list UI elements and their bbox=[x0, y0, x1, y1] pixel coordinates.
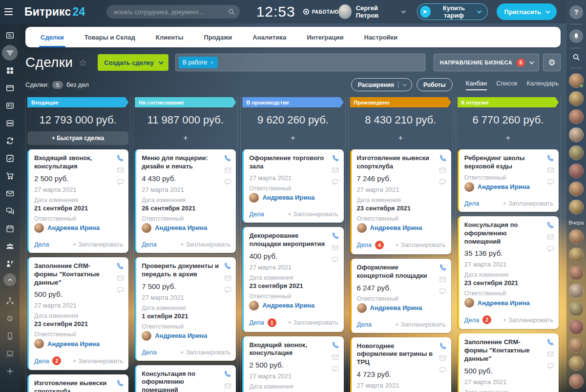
plan-activity-link[interactable]: + Запланировать bbox=[180, 241, 230, 248]
recent-user-avatar[interactable] bbox=[569, 164, 584, 178]
sidebar-item-sites[interactable] bbox=[2, 80, 18, 96]
phone-icon[interactable] bbox=[332, 232, 339, 240]
chat-icon[interactable] bbox=[332, 365, 339, 372]
deal-title[interactable]: Консультация по оформлению помещений bbox=[464, 221, 553, 246]
people-search-button[interactable] bbox=[572, 53, 580, 63]
phone-icon[interactable] bbox=[116, 154, 124, 162]
column-header[interactable]: На согласование bbox=[135, 97, 236, 107]
deal-title[interactable]: Меню для пиццерии: дизайн и печать bbox=[142, 154, 230, 171]
nav-tab[interactable]: Интеграции bbox=[296, 27, 354, 47]
remove-filter-icon[interactable]: × bbox=[210, 60, 213, 65]
mail-icon[interactable] bbox=[547, 166, 554, 174]
help-button[interactable]: ? bbox=[569, 5, 583, 19]
nav-tab[interactable]: Настройки bbox=[354, 27, 408, 47]
recent-user-avatar[interactable] bbox=[569, 248, 584, 262]
recent-user-avatar[interactable] bbox=[569, 266, 584, 280]
sidebar-item-tasks[interactable] bbox=[2, 150, 18, 166]
sidebar-item-contacts[interactable] bbox=[2, 98, 18, 113]
user-menu[interactable]: Сергей Петров bbox=[338, 4, 404, 19]
extensions-button[interactable]: Расширения bbox=[351, 78, 412, 91]
plan-activity-link[interactable]: + Запланировать bbox=[395, 241, 445, 248]
recent-user-avatar[interactable] bbox=[569, 200, 584, 214]
responsible-link[interactable]: Андреева Ирина bbox=[262, 194, 314, 201]
nav-tab[interactable]: Сделки bbox=[30, 27, 74, 47]
phone-icon[interactable] bbox=[332, 154, 339, 162]
filter-chip[interactable]: В работе × bbox=[179, 57, 217, 68]
filter-search-bar[interactable]: В работе × bbox=[175, 54, 425, 71]
deal-title[interactable]: Изготовление вывески спортклуба bbox=[34, 379, 123, 392]
mail-icon[interactable] bbox=[439, 166, 446, 174]
phone-icon[interactable] bbox=[116, 262, 124, 270]
recent-user-avatar[interactable] bbox=[569, 127, 584, 142]
column-header[interactable]: К отгрузке bbox=[458, 97, 559, 107]
chat-icon[interactable] bbox=[547, 178, 554, 186]
deal-title[interactable]: Заполнение CRM-формы "Контактные данные" bbox=[34, 262, 123, 287]
deals-count-pill[interactable]: 5 bbox=[52, 81, 63, 89]
nav-tab[interactable]: Продажи bbox=[194, 27, 243, 47]
phone-icon[interactable] bbox=[116, 379, 124, 387]
mail-icon[interactable] bbox=[439, 276, 446, 283]
mail-icon[interactable] bbox=[332, 353, 339, 361]
recent-user-avatar[interactable] bbox=[569, 284, 584, 298]
board-settings-button[interactable]: ⚙ bbox=[543, 54, 561, 71]
recent-user-avatar[interactable] bbox=[569, 109, 584, 124]
phone-icon[interactable] bbox=[546, 154, 554, 162]
phone-icon[interactable] bbox=[332, 341, 339, 349]
deal-title[interactable]: Декорирование площадки мероприятия bbox=[249, 232, 338, 248]
responsible-link[interactable]: Андреева Ирина bbox=[478, 183, 530, 190]
deal-card[interactable]: Входящий звонок, консультация 2 500 руб.… bbox=[27, 149, 128, 253]
chat-icon[interactable] bbox=[224, 286, 231, 293]
chat-icon[interactable] bbox=[332, 178, 339, 186]
deals-link[interactable]: Дела bbox=[34, 241, 49, 248]
nav-tab[interactable]: Аналитика bbox=[242, 27, 296, 47]
notifications-button[interactable] bbox=[569, 29, 583, 43]
deal-title[interactable]: Заполнение CRM-формы "Контактные данные" bbox=[464, 338, 553, 363]
mail-icon[interactable] bbox=[439, 354, 446, 362]
deal-card[interactable]: Меню для пиццерии: дизайн и печать 4 430… bbox=[135, 149, 236, 253]
mail-icon[interactable] bbox=[117, 166, 124, 174]
deal-card[interactable]: Декорирование площадки мероприятия 400 р… bbox=[242, 227, 343, 332]
deal-title[interactable]: Оформление торгового зала bbox=[249, 154, 338, 171]
sidebar-item-mobile[interactable] bbox=[2, 328, 18, 344]
sidebar-item-settings[interactable]: ⚙ bbox=[2, 310, 18, 326]
buy-tariff-button[interactable]: Купить тариф bbox=[417, 3, 487, 20]
robots-button[interactable]: Роботы bbox=[417, 78, 453, 91]
deals-link[interactable]: Дела bbox=[464, 200, 479, 207]
chat-icon[interactable] bbox=[224, 178, 231, 186]
favorite-star-icon[interactable]: ☆ bbox=[79, 57, 87, 68]
deal-card[interactable]: Проверить документы и передать в архив 7… bbox=[135, 257, 236, 361]
deal-card[interactable]: Изготовление вывески спортклуба 7 246 ру… bbox=[350, 149, 451, 254]
add-deal-button[interactable]: + bbox=[350, 131, 451, 145]
chat-icon[interactable] bbox=[547, 245, 554, 252]
column-header[interactable]: Входящие bbox=[27, 97, 128, 107]
deal-title[interactable]: Проверить документы и передать в архив bbox=[142, 262, 230, 279]
recent-user-avatar[interactable] bbox=[569, 91, 584, 106]
phone-icon[interactable] bbox=[546, 338, 554, 346]
mail-icon[interactable] bbox=[547, 233, 554, 241]
deal-card[interactable]: Новогоднее оформление витрины в ТРЦ 4 72… bbox=[350, 337, 451, 392]
deal-card[interactable]: Заполнение CRM-формы "Контактные данные"… bbox=[458, 333, 559, 392]
plan-activity-link[interactable]: + Запланировать bbox=[73, 241, 123, 248]
add-deal-button[interactable]: + bbox=[242, 131, 343, 145]
add-deal-button[interactable]: + Быстрая сделка bbox=[27, 131, 128, 145]
mail-icon[interactable] bbox=[117, 274, 124, 282]
sidebar-item-employees[interactable] bbox=[2, 238, 18, 254]
mail-icon[interactable] bbox=[332, 166, 339, 174]
view-tab[interactable]: Календарь bbox=[526, 80, 559, 90]
chat-icon[interactable] bbox=[547, 362, 554, 370]
deal-card[interactable]: Заполнение CRM-формы "Контактные данные"… bbox=[27, 257, 128, 371]
plan-activity-link[interactable]: + Запланировать bbox=[288, 210, 338, 218]
sidebar-item-processes[interactable] bbox=[2, 133, 18, 148]
deals-link[interactable]: Дела bbox=[357, 321, 372, 328]
mail-icon[interactable] bbox=[224, 166, 231, 174]
deal-card[interactable]: Консультация по оформлению помещений 35 … bbox=[458, 216, 559, 330]
sidebar-item-messenger[interactable] bbox=[2, 203, 18, 219]
responsible-link[interactable]: Андреева Ирина bbox=[47, 340, 100, 348]
create-deal-button[interactable]: Создать сделку bbox=[98, 54, 168, 71]
column-header[interactable]: В производстве bbox=[242, 97, 343, 107]
add-deal-button[interactable]: + bbox=[135, 131, 236, 145]
sidebar-item-desktop[interactable] bbox=[2, 346, 18, 361]
column-header[interactable]: Произведено bbox=[350, 97, 451, 107]
recent-user-avatar[interactable] bbox=[569, 320, 584, 334]
sidebar-item-company[interactable] bbox=[2, 256, 18, 271]
